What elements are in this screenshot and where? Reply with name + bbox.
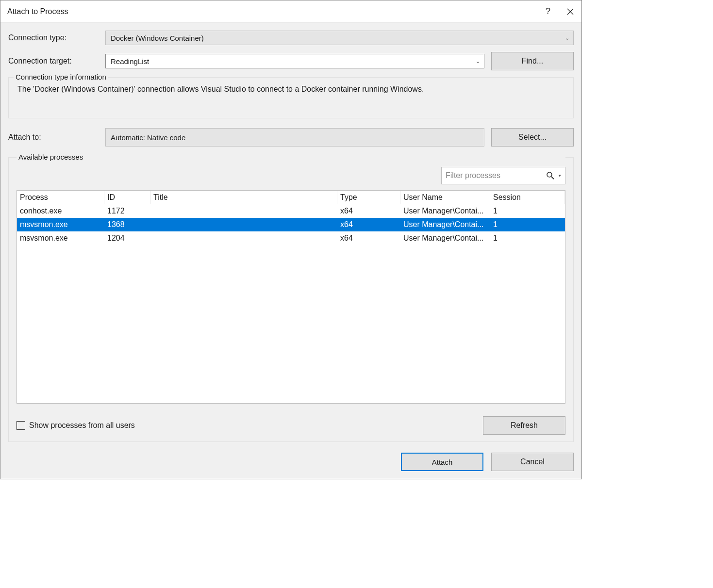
bottom-row: Show processes from all users Refresh bbox=[17, 416, 565, 435]
connection-type-dropdown[interactable]: Docker (Windows Container) ⌄ bbox=[105, 31, 574, 45]
col-id[interactable]: ID bbox=[104, 191, 150, 204]
connection-target-input[interactable]: ReadingList ⌄ bbox=[105, 54, 484, 68]
cell-type: x64 bbox=[337, 234, 400, 243]
connection-type-row: Connection type: Docker (Windows Contain… bbox=[8, 31, 574, 45]
available-processes-legend: Available processes bbox=[17, 153, 565, 161]
process-table: Process ID Title Type User Name Session … bbox=[17, 190, 565, 404]
select-button[interactable]: Select... bbox=[491, 128, 574, 147]
svg-point-2 bbox=[547, 172, 552, 177]
cell-user: User Manager\Contai... bbox=[400, 234, 490, 243]
filter-row: Filter processes ▾ bbox=[17, 167, 565, 184]
cell-user: User Manager\Contai... bbox=[400, 220, 490, 229]
close-button[interactable] bbox=[559, 0, 581, 23]
filter-placeholder: Filter processes bbox=[446, 171, 546, 180]
table-body: conhost.exe1172x64User Manager\Contai...… bbox=[17, 204, 565, 245]
available-processes-group: Available processes Filter processes ▾ P… bbox=[8, 157, 574, 442]
chevron-down-icon: ⌄ bbox=[565, 35, 569, 41]
svg-line-3 bbox=[551, 177, 554, 179]
cell-session: 1 bbox=[490, 220, 565, 229]
dialog-buttons: Attach Cancel bbox=[8, 453, 574, 471]
connection-target-value: ReadingList bbox=[111, 57, 149, 65]
connection-target-row: Connection target: ReadingList ⌄ Find... bbox=[8, 52, 574, 70]
title-bar: Attach to Process ? bbox=[0, 0, 581, 23]
connection-target-label: Connection target: bbox=[8, 57, 105, 65]
chevron-down-icon: ▾ bbox=[559, 173, 561, 178]
col-user[interactable]: User Name bbox=[400, 191, 490, 204]
cancel-button[interactable]: Cancel bbox=[491, 453, 574, 471]
connection-type-info-group: Connection type information The 'Docker … bbox=[8, 77, 574, 118]
show-all-users-checkbox[interactable] bbox=[17, 421, 25, 430]
cell-process: msvsmon.exe bbox=[17, 220, 104, 229]
col-type[interactable]: Type bbox=[337, 191, 400, 204]
cell-id: 1368 bbox=[104, 220, 150, 229]
filter-processes-input[interactable]: Filter processes ▾ bbox=[441, 167, 565, 184]
col-title[interactable]: Title bbox=[150, 191, 337, 204]
attach-to-process-dialog: Attach to Process ? Connection type: Doc… bbox=[0, 0, 582, 479]
table-row[interactable]: msvsmon.exe1368x64User Manager\Contai...… bbox=[17, 218, 565, 231]
show-all-users-label: Show processes from all users bbox=[29, 421, 135, 430]
attach-to-value: Automatic: Native code bbox=[105, 128, 484, 147]
help-button[interactable]: ? bbox=[537, 0, 559, 23]
cell-type: x64 bbox=[337, 207, 400, 215]
cell-id: 1204 bbox=[104, 234, 150, 243]
cell-type: x64 bbox=[337, 220, 400, 229]
col-process[interactable]: Process bbox=[17, 191, 104, 204]
attach-button[interactable]: Attach bbox=[401, 453, 483, 471]
cell-process: msvsmon.exe bbox=[17, 234, 104, 243]
table-row[interactable]: conhost.exe1172x64User Manager\Contai...… bbox=[17, 204, 565, 218]
connection-type-value: Docker (Windows Container) bbox=[111, 34, 204, 42]
help-icon: ? bbox=[546, 6, 550, 16]
connection-type-info-text: The 'Docker (Windows Container)' connect… bbox=[14, 85, 568, 94]
chevron-down-icon: ⌄ bbox=[476, 58, 480, 65]
cell-process: conhost.exe bbox=[17, 207, 104, 215]
connection-type-info-legend: Connection type information bbox=[14, 73, 108, 81]
dialog-body: Connection type: Docker (Windows Contain… bbox=[0, 23, 581, 479]
find-button[interactable]: Find... bbox=[491, 52, 574, 70]
close-icon bbox=[567, 8, 574, 15]
cell-session: 1 bbox=[490, 207, 565, 215]
cell-id: 1172 bbox=[104, 207, 150, 215]
table-header: Process ID Title Type User Name Session bbox=[17, 191, 565, 204]
window-title: Attach to Process bbox=[7, 7, 537, 16]
cell-user: User Manager\Contai... bbox=[400, 207, 490, 215]
attach-to-label: Attach to: bbox=[8, 133, 105, 142]
cell-session: 1 bbox=[490, 234, 565, 243]
col-session[interactable]: Session bbox=[490, 191, 565, 204]
table-row[interactable]: msvsmon.exe1204x64User Manager\Contai...… bbox=[17, 231, 565, 245]
search-icon bbox=[546, 171, 555, 180]
refresh-button[interactable]: Refresh bbox=[483, 416, 565, 435]
attach-to-row: Attach to: Automatic: Native code Select… bbox=[8, 128, 574, 147]
connection-type-label: Connection type: bbox=[8, 33, 105, 42]
